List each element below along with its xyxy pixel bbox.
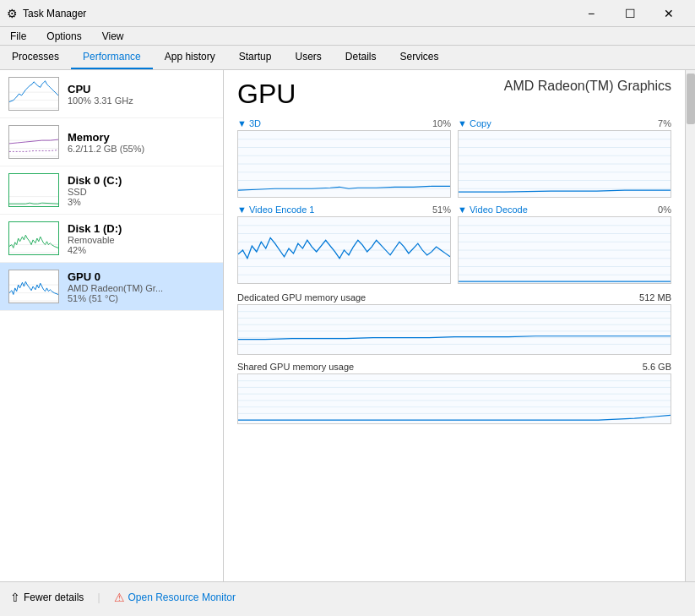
main-area: CPU 100% 3.31 GHz Memory 6.2/11.2 GB (55… bbox=[0, 70, 695, 581]
disk1-thumb bbox=[8, 221, 59, 255]
maximize-button[interactable]: ☐ bbox=[611, 0, 649, 27]
shared-mem-name: Shared GPU memory usage bbox=[237, 362, 354, 372]
gpu-brand: AMD Radeon(TM) Graphics bbox=[504, 79, 671, 94]
tab-processes[interactable]: Processes bbox=[0, 46, 71, 69]
gpu-header: GPU AMD Radeon(TM) Graphics bbox=[237, 79, 671, 110]
gpu0-info: GPU 0 AMD Radeon(TM) Gr... 51% (51 °C) bbox=[68, 270, 214, 303]
graph-encode-box bbox=[237, 216, 451, 284]
graph-3d-label: ▼ 3D 10% bbox=[237, 118, 451, 128]
disk0-name: Disk 0 (C:) bbox=[68, 174, 214, 187]
disk1-type: Removable bbox=[68, 235, 214, 245]
fewer-details-button[interactable]: ⇧ Fewer details bbox=[10, 591, 84, 604]
graph-decode-pct: 0% bbox=[658, 204, 671, 215]
disk1-name: Disk 1 (D:) bbox=[68, 222, 214, 235]
bottom-bar: ⇧ Fewer details | ⚠ Open Resource Monito… bbox=[0, 581, 695, 612]
tab-performance[interactable]: Performance bbox=[71, 46, 153, 69]
sidebar: CPU 100% 3.31 GHz Memory 6.2/11.2 GB (55… bbox=[0, 70, 224, 581]
graph-decode-label: ▼ Video Decode 0% bbox=[458, 204, 671, 215]
graph-3d-box bbox=[237, 130, 451, 198]
tab-app-history[interactable]: App history bbox=[153, 46, 227, 69]
app-icon: ⚙ bbox=[7, 7, 18, 20]
graph-encode-name: ▼ Video Encode 1 bbox=[237, 204, 314, 215]
open-resource-label: Open Resource Monitor bbox=[128, 591, 236, 603]
graph-decode-box bbox=[458, 216, 671, 284]
tab-startup[interactable]: Startup bbox=[227, 46, 284, 69]
dedicated-mem-label: Dedicated GPU memory usage 512 MB bbox=[237, 292, 671, 303]
disk0-thumb bbox=[8, 173, 59, 207]
disk0-pct: 3% bbox=[68, 197, 214, 207]
gpu-title: GPU bbox=[237, 79, 296, 110]
dedicated-mem-section: Dedicated GPU memory usage 512 MB bbox=[237, 292, 671, 355]
close-button[interactable]: ✕ bbox=[649, 0, 688, 27]
gpu0-name: GPU 0 bbox=[68, 270, 214, 283]
memory-stats: 6.2/11.2 GB (55%) bbox=[68, 144, 214, 154]
disk0-info: Disk 0 (C:) SSD 3% bbox=[68, 174, 214, 207]
dedicated-mem-name: Dedicated GPU memory usage bbox=[237, 292, 366, 303]
title-bar-controls: − ☐ ✕ bbox=[572, 0, 688, 27]
gpu0-brand: AMD Radeon(TM) Gr... bbox=[68, 283, 214, 293]
graph-copy-name: ▼ Copy bbox=[458, 118, 491, 128]
graph-copy-pct: 7% bbox=[658, 118, 671, 128]
dedicated-mem-graph bbox=[237, 304, 671, 355]
graph-copy: ▼ Copy 7% bbox=[458, 118, 671, 198]
graph-copy-box bbox=[458, 130, 671, 198]
memory-name: Memory bbox=[68, 131, 214, 144]
graph-decode-name: ▼ Video Decode bbox=[458, 204, 528, 215]
gpu-content: GPU AMD Radeon(TM) Graphics ▼ 3D 10% bbox=[224, 70, 685, 581]
tab-bar: Processes Performance App history Startu… bbox=[0, 46, 695, 70]
title-bar-left: ⚙ Task Manager bbox=[7, 7, 86, 20]
disk1-info: Disk 1 (D:) Removable 42% bbox=[68, 222, 214, 255]
sidebar-item-gpu0[interactable]: GPU 0 AMD Radeon(TM) Gr... 51% (51 °C) bbox=[0, 263, 223, 311]
shared-mem-label: Shared GPU memory usage 5.6 GB bbox=[237, 362, 671, 372]
shared-mem-graph bbox=[237, 373, 671, 424]
cpu-info: CPU 100% 3.31 GHz bbox=[68, 83, 214, 106]
separator: | bbox=[97, 591, 100, 603]
fewer-details-icon: ⇧ bbox=[10, 591, 20, 604]
fewer-details-label: Fewer details bbox=[24, 591, 84, 603]
dedicated-mem-value: 512 MB bbox=[639, 292, 671, 303]
graph-3d: ▼ 3D 10% bbox=[237, 118, 451, 198]
resource-icon: ⚠ bbox=[114, 591, 125, 604]
graph-video-encode: ▼ Video Encode 1 51% bbox=[237, 204, 451, 284]
gpu0-stats: 51% (51 °C) bbox=[68, 293, 214, 303]
memory-thumb bbox=[8, 125, 59, 159]
menu-file[interactable]: File bbox=[3, 29, 33, 44]
cpu-stats: 100% 3.31 GHz bbox=[68, 95, 214, 106]
menu-options[interactable]: Options bbox=[40, 29, 88, 44]
minimize-button[interactable]: − bbox=[572, 0, 611, 27]
tab-services[interactable]: Services bbox=[388, 46, 451, 69]
graph-video-decode: ▼ Video Decode 0% bbox=[458, 204, 671, 284]
open-resource-button[interactable]: ⚠ Open Resource Monitor bbox=[114, 591, 236, 604]
sidebar-item-disk1[interactable]: Disk 1 (D:) Removable 42% bbox=[0, 215, 223, 263]
shared-mem-value: 5.6 GB bbox=[643, 362, 671, 372]
graph-3d-name: ▼ 3D bbox=[237, 118, 261, 128]
graph-encode-label: ▼ Video Encode 1 51% bbox=[237, 204, 451, 215]
menu-view[interactable]: View bbox=[95, 29, 131, 44]
graph-encode-pct: 51% bbox=[432, 204, 451, 215]
memory-info: Memory 6.2/11.2 GB (55%) bbox=[68, 131, 214, 154]
graph-3d-pct: 10% bbox=[432, 118, 451, 128]
sidebar-item-disk0[interactable]: Disk 0 (C:) SSD 3% bbox=[0, 166, 223, 215]
shared-mem-section: Shared GPU memory usage 5.6 GB bbox=[237, 362, 671, 424]
disk1-pct: 42% bbox=[68, 245, 214, 255]
app-title: Task Manager bbox=[23, 8, 86, 19]
scrollbar-thumb[interactable] bbox=[687, 74, 695, 124]
menu-bar: File Options View bbox=[0, 27, 695, 46]
scrollbar[interactable] bbox=[685, 70, 695, 581]
tab-details[interactable]: Details bbox=[334, 46, 388, 69]
cpu-name: CPU bbox=[68, 83, 214, 95]
tab-users[interactable]: Users bbox=[283, 46, 333, 69]
disk0-type: SSD bbox=[68, 187, 214, 197]
cpu-thumb bbox=[8, 77, 59, 111]
sidebar-item-memory[interactable]: Memory 6.2/11.2 GB (55%) bbox=[0, 118, 223, 166]
gpu-graphs-grid: ▼ 3D 10% bbox=[237, 118, 671, 284]
gpu0-thumb bbox=[8, 270, 59, 303]
sidebar-item-cpu[interactable]: CPU 100% 3.31 GHz bbox=[0, 70, 223, 118]
title-bar: ⚙ Task Manager − ☐ ✕ bbox=[0, 0, 695, 27]
graph-copy-label: ▼ Copy 7% bbox=[458, 118, 671, 128]
